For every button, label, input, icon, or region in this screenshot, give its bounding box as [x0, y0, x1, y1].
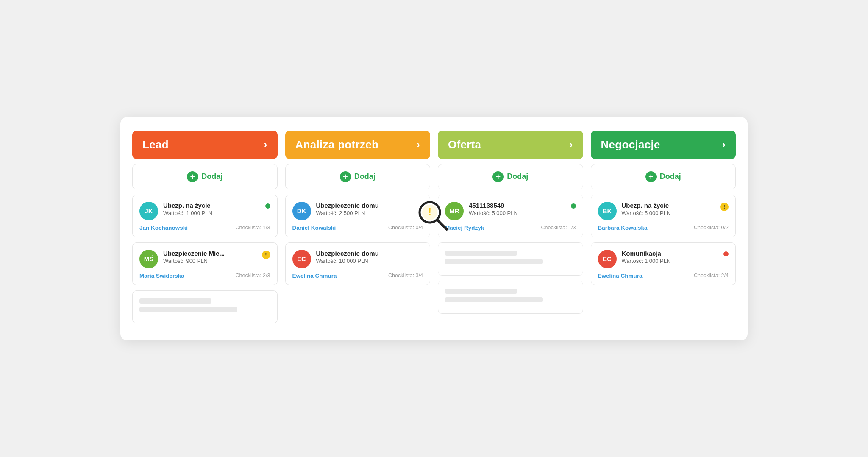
column-title-oferta: Oferta: [448, 138, 481, 151]
plus-icon-oferta: +: [492, 171, 504, 182]
deal-info-analiza-1: Ubezpieczenie domu Wartość: 2 500 PLN: [316, 202, 423, 216]
add-label-lead: Dodaj: [201, 172, 223, 181]
svg-point-1: [422, 205, 437, 220]
plus-icon-analiza: +: [340, 171, 351, 182]
avatar-ec-analiza: EC: [292, 250, 311, 268]
deal-top: JK Ubezp. na życie Wartość: 1 000 PLN: [139, 202, 270, 220]
chevron-right-icon-analiza: ›: [417, 139, 420, 150]
column-oferta: Oferta › + Dodaj MR 4511138549 Wartość: …: [438, 131, 583, 323]
skeleton-line: [139, 307, 237, 312]
deal-value-1: Wartość: 1 000 PLN: [163, 210, 260, 216]
deal-checklist-analiza-1: Checklista: 0/4: [388, 225, 423, 231]
deal-title-analiza-2: Ubezpieczenie domu: [316, 250, 423, 257]
add-label-oferta: Dodaj: [507, 172, 528, 181]
column-header-analiza[interactable]: Analiza potrzeb ›: [285, 131, 431, 159]
deal-bottom-negocjacje-1: Barbara Kowalska Checklista: 0/2: [598, 225, 729, 231]
column-header-negocjacje[interactable]: Negocjacje ›: [591, 131, 736, 159]
skeleton-line: [139, 298, 211, 304]
deal-info-oferta-1: 4511138549 Wartość: 5 000 PLN: [469, 202, 566, 216]
deal-person-negocjacje-2[interactable]: Ewelina Chmura: [598, 273, 643, 279]
add-card-negocjacje[interactable]: + Dodaj: [591, 164, 736, 189]
deal-person-analiza-1[interactable]: Daniel Kowalski: [292, 225, 336, 231]
deal-info-negocjacje-1: Ubezp. na życie Wartość: 5 000 PLN: [622, 202, 715, 216]
deal-person-analiza-2[interactable]: Ewelina Chmura: [292, 273, 337, 279]
deal-top-negocjacje-2: EC Komunikacja Wartość: 1 000 PLN: [598, 250, 729, 268]
deal-bottom-2: Maria Świderska Checklista: 2/3: [139, 273, 270, 279]
deal-card-negocjacje-1[interactable]: BK Ubezp. na życie Wartość: 5 000 PLN ! …: [591, 195, 736, 237]
column-title-negocjacje: Negocjacje: [601, 138, 660, 151]
skeleton-line: [445, 297, 543, 302]
avatar-mr: MR: [445, 202, 464, 220]
deal-value-analiza-1: Wartość: 2 500 PLN: [316, 210, 423, 216]
column-header-oferta[interactable]: Oferta ›: [438, 131, 583, 159]
chevron-right-icon-oferta: ›: [570, 139, 573, 150]
deal-card-lead-1[interactable]: JK Ubezp. na życie Wartość: 1 000 PLN Ja…: [132, 195, 278, 237]
warning-badge-lead-2: !: [262, 251, 270, 259]
deal-title-1: Ubezp. na życie: [163, 202, 260, 209]
deal-top-oferta-1: MR 4511138549 Wartość: 5 000 PLN: [445, 202, 576, 220]
deal-title-analiza-1: Ubezpieczenie domu: [316, 202, 423, 209]
deal-checklist-1: Checklista: 1/3: [236, 225, 270, 231]
column-analiza: Analiza potrzeb › + Dodaj DK Ubezpieczen…: [285, 131, 431, 323]
deal-info-2: Ubezpieczenie Mie... Wartość: 900 PLN: [163, 250, 257, 264]
deal-checklist-negocjacje-1: Checklista: 0/2: [694, 225, 729, 231]
deal-top-negocjacje-1: BK Ubezp. na życie Wartość: 5 000 PLN !: [598, 202, 729, 220]
deal-person-negocjacje-1[interactable]: Barbara Kowalska: [598, 225, 648, 231]
avatar-dk: DK: [292, 202, 311, 220]
deal-card-oferta-1[interactable]: MR 4511138549 Wartość: 5 000 PLN Maciej …: [438, 195, 583, 237]
skeleton-card-lead: [132, 290, 278, 323]
deal-top-2: MŚ Ubezpieczenie Mie... Wartość: 900 PLN…: [139, 250, 270, 268]
column-title-analiza: Analiza potrzeb: [295, 138, 379, 151]
deal-person-oferta-1[interactable]: Maciej Rydzyk: [445, 225, 484, 231]
deal-checklist-2: Checklista: 2/3: [236, 273, 270, 279]
deal-checklist-analiza-2: Checklista: 3/4: [388, 273, 423, 279]
skeleton-line: [445, 259, 543, 264]
deal-card-analiza-2[interactable]: EC Ubezpieczenie domu Wartość: 10 000 PL…: [285, 242, 431, 285]
chevron-right-icon-negocjacje: ›: [722, 139, 726, 150]
deal-card-negocjacje-2[interactable]: EC Komunikacja Wartość: 1 000 PLN Ewelin…: [591, 242, 736, 285]
column-lead: Lead › + Dodaj JK Ubezp. na życie Wartoś…: [132, 131, 278, 323]
avatar-bk: BK: [598, 202, 617, 220]
deal-card-lead-2[interactable]: MŚ Ubezpieczenie Mie... Wartość: 900 PLN…: [132, 242, 278, 285]
deal-bottom-1: Jan Kochanowski Checklista: 1/3: [139, 225, 270, 231]
avatar-ec-negocjacje: EC: [598, 250, 617, 268]
deal-top-analiza-1: DK Ubezpieczenie domu Wartość: 2 500 PLN…: [292, 202, 423, 220]
deal-value-negocjacje-2: Wartość: 1 000 PLN: [622, 258, 719, 264]
add-card-analiza[interactable]: + Dodaj: [285, 164, 431, 189]
plus-icon-negocjacje: +: [645, 171, 657, 182]
deal-title-negocjacje-2: Komunikacja: [622, 250, 719, 257]
skeleton-line: [445, 251, 517, 256]
deal-person-1[interactable]: Jan Kochanowski: [139, 225, 188, 231]
deal-bottom-analiza-1: Daniel Kowalski Checklista: 0/4: [292, 225, 423, 231]
status-dot-green-1: [265, 203, 270, 209]
column-header-lead[interactable]: Lead ›: [132, 131, 278, 159]
add-card-lead[interactable]: + Dodaj: [132, 164, 278, 189]
add-button-oferta[interactable]: + Dodaj: [492, 171, 528, 182]
svg-text:!: !: [428, 206, 431, 217]
add-button-lead[interactable]: + Dodaj: [187, 171, 223, 182]
deal-bottom-oferta-1: Maciej Rydzyk Checklista: 1/3: [445, 225, 576, 231]
deal-title-2: Ubezpieczenie Mie...: [163, 250, 257, 257]
add-button-negocjacje[interactable]: + Dodaj: [645, 171, 681, 182]
deal-info-negocjacje-2: Komunikacja Wartość: 1 000 PLN: [622, 250, 719, 264]
deal-info-1: Ubezp. na życie Wartość: 1 000 PLN: [163, 202, 260, 216]
status-dot-oferta-1: [571, 203, 576, 209]
deal-top-analiza-2: EC Ubezpieczenie domu Wartość: 10 000 PL…: [292, 250, 423, 268]
deal-person-2[interactable]: Maria Świderska: [139, 273, 184, 279]
skeleton-line: [445, 289, 517, 294]
add-button-analiza[interactable]: + Dodaj: [340, 171, 376, 182]
status-dot-negocjacje-2: [723, 251, 729, 256]
deal-value-2: Wartość: 900 PLN: [163, 258, 257, 264]
column-negocjacje: Negocjacje › + Dodaj BK Ubezp. na życie …: [591, 131, 736, 323]
deal-value-analiza-2: Wartość: 10 000 PLN: [316, 258, 423, 264]
add-card-oferta[interactable]: + Dodaj: [438, 164, 583, 189]
deal-value-negocjacje-1: Wartość: 5 000 PLN: [622, 210, 715, 216]
deal-bottom-analiza-2: Ewelina Chmura Checklista: 3/4: [292, 273, 423, 279]
columns-container: Lead › + Dodaj JK Ubezp. na życie Wartoś…: [132, 131, 736, 323]
deal-checklist-oferta-1: Checklista: 1/3: [541, 225, 576, 231]
deal-card-analiza-1[interactable]: DK Ubezpieczenie domu Wartość: 2 500 PLN…: [285, 195, 431, 237]
avatar-ms: MŚ: [139, 250, 158, 268]
skeleton-card-oferta-1: [438, 242, 583, 276]
warning-badge-negocjacje-1: !: [720, 203, 729, 211]
add-label-negocjacje: Dodaj: [660, 172, 681, 181]
